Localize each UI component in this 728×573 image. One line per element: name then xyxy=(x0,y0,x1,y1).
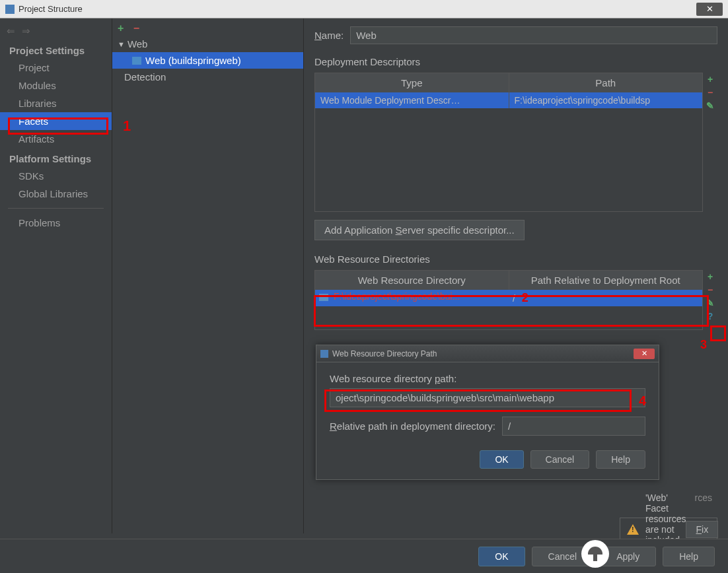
tree-root-web[interactable]: ▼ Web xyxy=(112,36,303,52)
deploy-table-actions: + − ✎ xyxy=(703,73,717,212)
deployment-descriptors-label: Deployment Descriptors xyxy=(314,56,717,67)
sidebar-item-global-libraries[interactable]: Global Libraries xyxy=(0,185,112,203)
webres-table-wrap: Web Resource Directory Path Relative to … xyxy=(314,270,717,330)
collapse-arrow-icon[interactable]: ▼ xyxy=(118,40,125,48)
rel-path-row: Relative path in deployment directory: xyxy=(330,417,645,436)
fix-button[interactable]: Fix xyxy=(686,521,718,538)
help-webres-icon[interactable]: ? xyxy=(708,311,713,321)
warning-icon xyxy=(627,524,639,535)
nav-history: ⇐ ⇒ xyxy=(0,22,112,40)
table-row[interactable]: F:\ideaproject\springcode\bui... / 2 xyxy=(315,290,702,306)
table-body[interactable]: F:\ideaproject\springcode\bui... / 2 xyxy=(315,290,702,329)
ok-button[interactable]: OK xyxy=(478,547,525,566)
add-webres-icon[interactable]: + xyxy=(708,271,713,282)
deployment-table-wrap: Type Path Web Module Deployment Descr… F… xyxy=(314,73,717,212)
cell-webres-dir: F:\ideaproject\springcode\bui... xyxy=(315,290,509,306)
dialog-close-button[interactable]: ✕ xyxy=(634,349,655,359)
annotation-4: 4 xyxy=(639,393,646,409)
col-path: Path xyxy=(509,73,703,92)
remove-descriptor-icon[interactable]: − xyxy=(708,87,713,98)
rel-path-input[interactable] xyxy=(502,417,645,436)
window-close-button[interactable]: ✕ xyxy=(696,3,723,16)
remove-webres-icon[interactable]: − xyxy=(708,285,713,295)
dialog-logo-icon xyxy=(320,350,328,358)
help-button[interactable]: Help xyxy=(663,547,715,566)
edit-webres-icon[interactable]: ✎ xyxy=(706,298,714,308)
col-webres-dir: Web Resource Directory xyxy=(315,271,509,290)
tree-child-web-module[interactable]: Web (buildspringweb) xyxy=(112,52,303,69)
table-header: Web Resource Directory Path Relative to … xyxy=(315,271,702,290)
rel-path-label: Relative path in deployment directory: xyxy=(330,421,495,432)
webres-dir-text: F:\ideaproject\springcode\bui... xyxy=(334,291,460,302)
name-input[interactable] xyxy=(350,26,717,44)
tree-detection[interactable]: Detection xyxy=(112,69,303,85)
name-row: Name: xyxy=(314,26,717,44)
table-row[interactable]: Web Module Deployment Descr… F:\ideaproj… xyxy=(315,92,702,108)
remove-facet-icon[interactable]: − xyxy=(133,22,139,34)
sidebar-item-project[interactable]: Project xyxy=(0,59,112,77)
sidebar: ⇐ ⇒ Project Settings Project Modules Lib… xyxy=(0,18,112,533)
cell-type: Web Module Deployment Descr… xyxy=(315,92,509,108)
sidebar-item-sdks[interactable]: SDKs xyxy=(0,167,112,185)
cell-rel-path: / 2 xyxy=(509,290,702,306)
webres-table-actions: + − ✎ ? xyxy=(703,270,717,330)
table-body[interactable]: Web Module Deployment Descr… F:\ideaproj… xyxy=(315,92,702,211)
nav-back-icon[interactable]: ⇐ xyxy=(7,25,15,36)
tree-child-label: Web (buildspringweb) xyxy=(145,55,241,66)
sidebar-item-libraries[interactable]: Libraries xyxy=(0,94,112,112)
dialog-buttons: OK Cancel Help xyxy=(330,445,645,469)
window-title: Project Structure xyxy=(18,4,83,14)
sidebar-section-header: Platform Settings xyxy=(0,148,112,167)
table-header: Type Path xyxy=(315,73,702,92)
add-descriptor-icon[interactable]: + xyxy=(708,74,713,84)
warning-bar: 'Web' Facet resources are not included i… xyxy=(620,518,717,541)
add-facet-icon[interactable]: + xyxy=(118,22,124,34)
bottom-button-bar: OK Cancel Apply Help xyxy=(0,539,728,573)
sources-label-fragment: rces xyxy=(695,492,712,503)
sidebar-item-problems[interactable]: Problems xyxy=(0,214,112,232)
path-label: Web resource directory path: xyxy=(330,373,645,384)
webres-table: Web Resource Directory Path Relative to … xyxy=(314,270,703,330)
watermark-icon xyxy=(581,540,609,568)
dialog-ok-button[interactable]: OK xyxy=(480,450,523,469)
edit-descriptor-icon[interactable]: ✎ xyxy=(706,100,714,111)
sidebar-item-modules[interactable]: Modules xyxy=(0,77,112,94)
tree-toolbar: + − xyxy=(112,21,303,36)
deployment-table: Type Path Web Module Deployment Descr… F… xyxy=(314,73,703,212)
sidebar-item-facets[interactable]: Facets xyxy=(0,112,112,130)
folder-icon xyxy=(319,294,328,301)
tree-root-label: Web xyxy=(127,38,148,50)
web-resource-directory-dialog: Web Resource Directory Path ✕ Web resour… xyxy=(316,345,659,480)
dialog-cancel-button[interactable]: Cancel xyxy=(530,450,590,469)
sidebar-divider xyxy=(8,208,104,209)
nav-forward-icon[interactable]: ⇒ xyxy=(22,25,30,36)
webres-rel-text: / xyxy=(513,293,515,304)
annotation-3: 3 xyxy=(700,338,707,352)
app-logo-icon xyxy=(5,5,15,14)
annotation-2: 2 xyxy=(522,291,528,304)
sidebar-item-artifacts[interactable]: Artifacts xyxy=(0,130,112,148)
annotation-1: 1 xyxy=(123,118,131,135)
dialog-help-button[interactable]: Help xyxy=(596,450,645,469)
dialog-body: Web resource directory path: Relative pa… xyxy=(316,362,659,479)
name-label: Name: xyxy=(314,30,344,41)
col-rel-path: Path Relative to Deployment Root xyxy=(509,271,703,290)
add-server-descriptor-button[interactable]: Add Application Server specific descript… xyxy=(314,220,525,240)
window-titlebar: Project Structure ✕ xyxy=(0,0,728,18)
cell-path: F:\ideaproject\springcode\buildsp xyxy=(509,92,703,108)
web-facet-icon xyxy=(132,57,141,65)
path-input[interactable] xyxy=(330,388,645,407)
web-resource-dirs-label: Web Resource Directories xyxy=(314,253,717,265)
dialog-title: Web Resource Directory Path xyxy=(332,349,634,358)
facets-tree-panel: + − ▼ Web Web (buildspringweb) Detection xyxy=(112,18,304,533)
sidebar-section-header: Project Settings xyxy=(0,40,112,59)
dialog-titlebar: Web Resource Directory Path ✕ xyxy=(316,345,659,362)
col-type: Type xyxy=(315,73,509,92)
